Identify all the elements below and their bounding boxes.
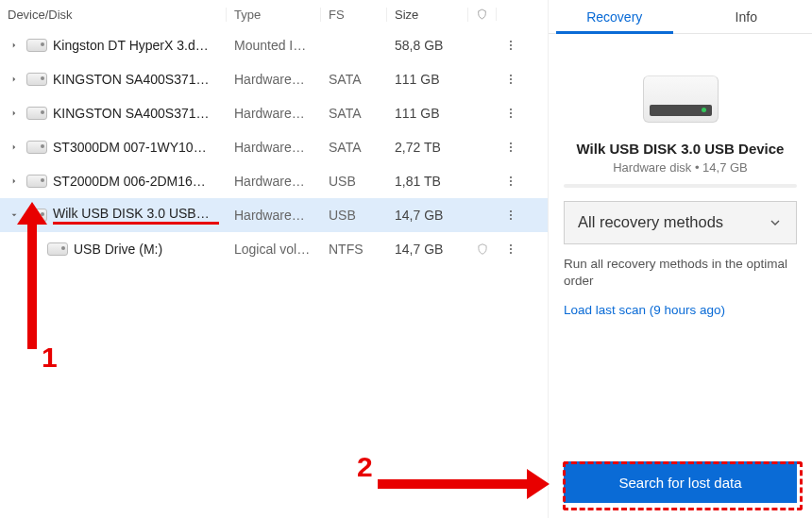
chevron-right-icon[interactable] [8,107,21,120]
table-row[interactable]: Wilk USB DISK 3.0 USB…Hardware…USB14,7 G… [0,198,548,232]
table-row[interactable]: USB Drive (M:)Logical vol…NTFS14,7 GB [0,232,548,266]
cell-fs: SATA [321,140,387,155]
col-protection[interactable] [468,8,497,21]
cell-fs: SATA [321,106,387,121]
cell-device: ST3000DM 007-1WY10… [0,140,227,155]
chevron-right-icon[interactable] [8,141,21,154]
chevron-right-icon[interactable] [8,175,21,188]
row-menu-button[interactable] [497,174,525,189]
disk-icon [26,73,47,86]
disk-icon [26,39,47,52]
shield-icon [476,8,488,21]
cell-type: Hardware… [227,208,321,223]
cell-type: Hardware… [227,140,321,155]
cell-size: 14,7 GB [387,208,468,223]
cell-fs: SATA [321,72,387,87]
chevron-down-icon [768,215,783,230]
svg-point-0 [510,41,512,42]
side-subtitle: Hardware disk • 14,7 GB [564,160,797,175]
col-type[interactable]: Type [227,8,321,22]
svg-point-4 [510,78,512,80]
cell-type: Hardware… [227,72,321,87]
col-device[interactable]: Device/Disk [0,8,227,22]
cell-type: Logical vol… [227,242,321,257]
col-size[interactable]: Size [387,8,468,22]
table-header: Device/Disk Type FS Size [0,0,548,28]
table-row[interactable]: ST2000DM 006-2DM16…Hardware…USB1,81 TB [0,164,548,198]
svg-point-6 [510,109,512,110]
recovery-method-select[interactable]: All recovery methods [564,201,797,244]
cell-device: USB Drive (M:) [0,242,227,257]
row-menu-button[interactable] [497,140,525,155]
svg-point-7 [510,112,512,114]
table-row[interactable]: Kingston DT HyperX 3.d…Mounted I…58,8 GB [0,28,548,62]
cell-device: KINGSTON SA400S371… [0,106,227,121]
cell-device: KINGSTON SA400S371… [0,72,227,87]
cell-device: Wilk USB DISK 3.0 USB… [0,206,227,225]
cell-type: Hardware… [227,106,321,121]
col-fs[interactable]: FS [321,8,387,22]
chevron-right-icon[interactable] [8,73,21,86]
svg-point-16 [510,214,512,216]
device-table: Device/Disk Type FS Size Kingston DT Hyp… [0,0,548,518]
chevron-down-icon[interactable] [8,209,21,222]
cell-size: 14,7 GB [387,242,468,257]
device-name: Wilk USB DISK 3.0 USB… [53,206,219,225]
svg-point-18 [510,244,512,246]
recovery-method-desc: Run all recovery methods in the optimal … [564,256,797,290]
svg-point-5 [510,82,512,84]
cell-size: 2,72 TB [387,140,468,155]
svg-point-3 [510,75,512,76]
table-row[interactable]: ST3000DM 007-1WY10…Hardware…SATA2,72 TB [0,130,548,164]
row-menu-button[interactable] [497,106,525,121]
svg-point-13 [510,180,512,182]
cell-fs: USB [321,174,387,189]
svg-point-17 [510,218,512,220]
table-row[interactable]: KINGSTON SA400S371…Hardware…SATA111 GB [0,96,548,130]
disk-icon [26,209,47,222]
row-menu-button[interactable] [497,38,525,53]
cell-type: Mounted I… [227,38,321,53]
svg-point-20 [510,252,512,254]
disk-icon [26,141,47,154]
disk-icon [26,107,47,120]
load-last-scan-link[interactable]: Load last scan (9 hours ago) [564,303,797,317]
cell-size: 58,8 GB [387,38,468,53]
disk-hero-icon [643,75,719,123]
cell-protection [468,242,497,256]
svg-point-8 [510,116,512,118]
svg-point-11 [510,150,512,152]
cell-size: 111 GB [387,72,468,87]
side-tabs: Recovery Info [549,0,812,34]
cell-size: 111 GB [387,106,468,121]
device-name: ST2000DM 006-2DM16… [53,174,219,189]
tab-recovery[interactable]: Recovery [549,0,681,33]
cell-device: ST2000DM 006-2DM16… [0,174,227,189]
device-name: KINGSTON SA400S371… [53,72,219,87]
svg-point-12 [510,176,512,178]
disk-icon [26,175,47,188]
recovery-method-label: All recovery methods [578,213,723,231]
table-row[interactable]: KINGSTON SA400S371…Hardware…SATA111 GB [0,62,548,96]
svg-point-9 [510,142,512,144]
side-title: Wilk USB DISK 3.0 USB Device [564,140,797,159]
disk-icon [47,242,68,256]
device-name: Kingston DT HyperX 3.d… [53,38,219,53]
row-menu-button[interactable] [497,72,525,87]
device-name: KINGSTON SA400S371… [53,106,219,121]
svg-point-15 [510,210,512,212]
cell-fs: USB [321,208,387,223]
cell-fs: NTFS [321,242,387,257]
svg-point-19 [510,248,512,250]
row-menu-button[interactable] [497,242,525,257]
chevron-right-icon[interactable] [8,39,21,52]
tab-info[interactable]: Info [681,0,813,33]
svg-point-10 [510,146,512,148]
svg-point-1 [510,44,512,46]
scan-progress [564,184,797,188]
row-menu-button[interactable] [497,208,525,223]
cell-size: 1,81 TB [387,174,468,189]
search-lost-data-button[interactable]: Search for lost data [564,461,797,503]
side-panel: Recovery Info Wilk USB DISK 3.0 USB Devi… [548,0,812,518]
cell-device: Kingston DT HyperX 3.d… [0,38,227,53]
